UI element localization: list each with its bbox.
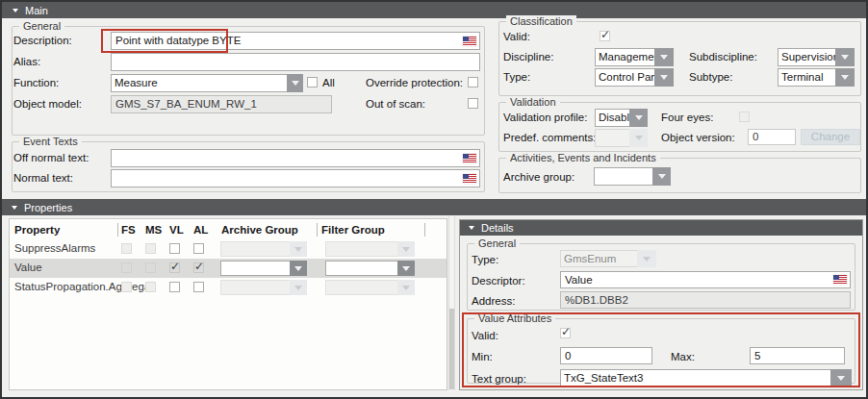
text-group-dropdown[interactable]: TxG_StateText3	[560, 369, 852, 387]
four-eyes-checkbox	[739, 112, 750, 122]
min-field[interactable]: 0	[560, 347, 652, 364]
splitter-handle[interactable]	[449, 309, 454, 389]
text-group-label: Text group:	[472, 373, 526, 385]
discipline-value: Management Sys	[595, 48, 654, 66]
alias-field[interactable]	[111, 53, 480, 71]
predef-comments-label: Predef. comments:	[503, 132, 597, 143]
al-checkbox[interactable]	[193, 243, 204, 254]
language-flag-icon[interactable]	[833, 275, 847, 285]
max-label: Max:	[671, 351, 695, 362]
subtype-dropdown[interactable]: Terminal	[778, 68, 855, 87]
pane-splitter[interactable]	[448, 216, 455, 390]
object-model-label: Object model:	[13, 98, 82, 110]
archive-group-cell-dropdown[interactable]	[220, 261, 307, 276]
vl-checkbox[interactable]	[169, 282, 180, 292]
chevron-down-icon	[290, 280, 307, 295]
object-version-label: Object version:	[661, 132, 735, 143]
ms-checkbox	[145, 282, 156, 292]
properties-section-header[interactable]: Properties	[2, 199, 866, 215]
valid-label: Valid:	[503, 31, 530, 42]
subtype-value: Terminal	[778, 68, 835, 87]
column-divider[interactable]	[424, 223, 425, 237]
max-field[interactable]: 5	[750, 347, 845, 364]
properties-table: Property FS MS VL AL Archive Group Filte…	[9, 218, 447, 390]
collapse-icon	[13, 9, 18, 12]
alias-label: Alias:	[13, 56, 40, 67]
discipline-label: Discipline:	[503, 51, 553, 62]
col-al[interactable]: AL	[193, 224, 208, 236]
col-property[interactable]: Property	[14, 224, 60, 236]
al-checkbox[interactable]	[193, 262, 204, 273]
subdiscipline-dropdown[interactable]: Supervision	[778, 48, 855, 66]
all-checkbox[interactable]	[307, 77, 318, 87]
descriptor-field[interactable]: Value	[560, 271, 851, 288]
chevron-down-icon[interactable]	[397, 261, 415, 276]
chevron-down-icon[interactable]	[290, 261, 307, 276]
chevron-down-icon[interactable]	[835, 48, 855, 66]
chevron-down-icon	[629, 129, 648, 147]
subtype-label: Subtype:	[689, 71, 732, 83]
va-valid-checkbox[interactable]	[560, 328, 571, 338]
subdiscipline-value: Supervision	[778, 48, 835, 66]
address-value: %DB1.DBB2	[565, 294, 628, 306]
chevron-down-icon[interactable]	[654, 48, 674, 66]
details-type-label: Type:	[472, 254, 498, 265]
language-flag-icon[interactable]	[463, 174, 476, 184]
collapse-icon	[469, 226, 474, 230]
description-field[interactable]: Point with datatype BYTE	[111, 32, 480, 50]
predef-comments-dropdown	[595, 129, 648, 147]
filter-group-cell-dropdown[interactable]	[325, 261, 415, 276]
normal-text-field[interactable]	[111, 169, 480, 187]
col-vl[interactable]: VL	[169, 224, 184, 236]
chevron-down-icon[interactable]	[287, 74, 303, 92]
details-section-header[interactable]: Details	[460, 220, 862, 236]
column-divider[interactable]	[117, 223, 118, 237]
validation-legend: Validation	[506, 96, 560, 108]
object-model-value: GMS_S7_BA_ENUM_RW_1	[115, 98, 257, 110]
subdiscipline-label: Subdiscipline:	[689, 51, 757, 62]
classification-legend: Classification	[506, 15, 576, 27]
validation-profile-dropdown[interactable]: Disabled	[595, 109, 648, 127]
archive-group-dropdown[interactable]	[594, 167, 671, 186]
validation-profile-value: Disabled	[595, 109, 629, 127]
out-of-scan-checkbox[interactable]	[468, 98, 478, 109]
language-flag-icon[interactable]	[463, 37, 476, 46]
archive-group-cell-dropdown	[220, 280, 307, 295]
discipline-dropdown[interactable]: Management Sys	[595, 48, 674, 66]
vl-checkbox[interactable]	[169, 262, 180, 273]
vl-checkbox[interactable]	[169, 243, 180, 254]
max-value: 5	[754, 350, 760, 362]
chevron-down-icon[interactable]	[629, 109, 648, 127]
change-button[interactable]: Change	[801, 129, 860, 145]
chevron-down-icon[interactable]	[654, 68, 674, 87]
details-panel: Details General Type: GmsEnum Descriptor…	[459, 219, 863, 390]
descriptor-value: Value	[565, 274, 593, 286]
ms-checkbox	[145, 262, 156, 273]
col-filter-group[interactable]: Filter Group	[321, 224, 385, 236]
al-checkbox[interactable]	[193, 282, 204, 292]
object-model-field: GMS_S7_BA_ENUM_RW_1	[111, 95, 332, 113]
language-flag-icon[interactable]	[463, 154, 476, 163]
col-archive-group[interactable]: Archive Group	[221, 224, 298, 236]
function-dropdown[interactable]: Measure	[111, 74, 303, 92]
fs-checkbox	[121, 282, 132, 292]
chevron-down-icon[interactable]	[652, 167, 671, 186]
column-divider[interactable]	[317, 223, 318, 237]
override-protection-checkbox[interactable]	[468, 77, 478, 87]
chevron-down-icon[interactable]	[830, 369, 852, 387]
col-ms[interactable]: MS	[145, 224, 162, 236]
table-row-selected[interactable]: Value	[10, 259, 447, 278]
address-field: %DB1.DBB2	[560, 291, 851, 309]
address-label: Address:	[472, 295, 515, 307]
activities-legend: Activities, Events and Incidents	[506, 152, 660, 163]
col-fs[interactable]: FS	[121, 224, 136, 236]
main-section-header[interactable]: Main	[2, 2, 866, 18]
table-row[interactable]: StatusPropagation.Aggregat	[10, 278, 447, 297]
off-normal-text-field[interactable]	[111, 149, 480, 167]
chevron-down-icon	[397, 241, 415, 257]
chevron-down-icon[interactable]	[835, 68, 855, 87]
valid-checkbox[interactable]	[600, 31, 610, 41]
table-row[interactable]: SuppressAlarms	[10, 239, 447, 259]
description-value: Point with datatype BYTE	[115, 35, 241, 46]
type-dropdown[interactable]: Control Panel	[595, 68, 674, 87]
